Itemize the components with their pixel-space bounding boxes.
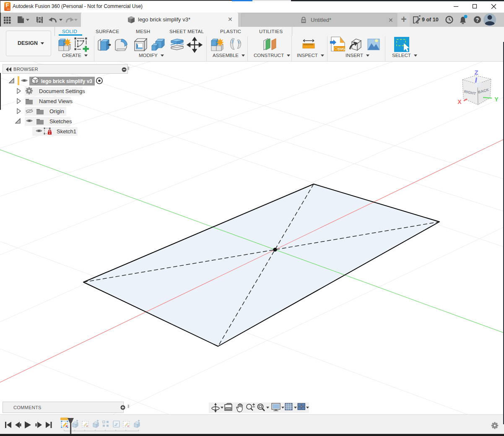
svg-text:?: ? bbox=[476, 17, 479, 23]
svg-text:X: X bbox=[457, 99, 462, 105]
svg-text:SVG: SVG bbox=[338, 47, 345, 51]
svg-text:Z: Z bbox=[474, 69, 478, 76]
svg-text:Y: Y bbox=[494, 96, 499, 103]
